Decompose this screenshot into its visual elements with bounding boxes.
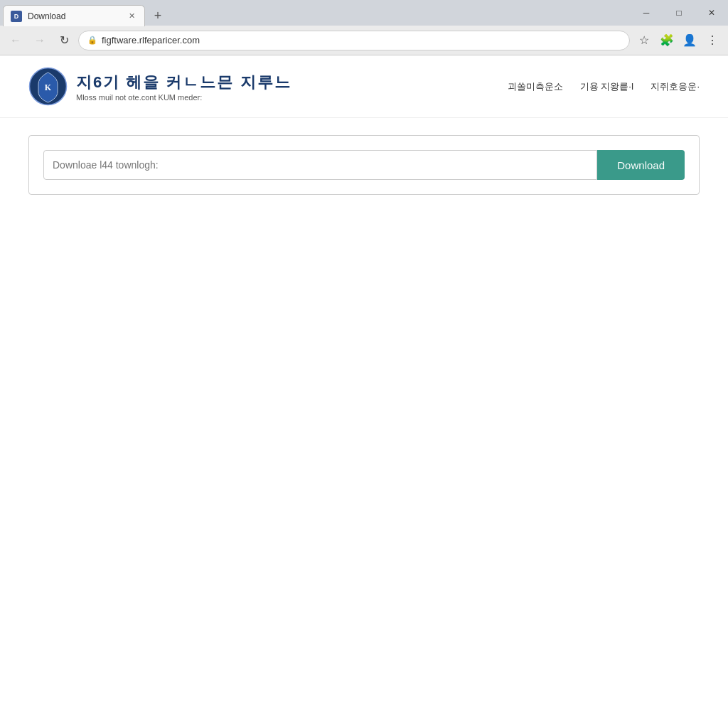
svg-text:K: K [45, 82, 52, 92]
forward-button[interactable]: → [30, 31, 50, 50]
site-logo: K [28, 67, 68, 106]
address-field[interactable]: 🔒 figftware.rlfeparicer.com [78, 31, 630, 50]
extensions-button[interactable]: 🧩 [657, 31, 677, 50]
page-content: K 지6기 헤을 커ㄴ느믄 지루느 Mloss muil not ote.con… [0, 55, 728, 728]
window-close-button[interactable]: ✕ [695, 0, 728, 26]
lock-icon: 🔒 [87, 36, 97, 45]
back-button[interactable]: ← [6, 31, 26, 50]
nav-item-2[interactable]: 기용 지왕릍·I [580, 80, 634, 93]
site-title-block: 지6기 헤을 커ㄴ느믄 지루느 Mloss muil not ote.cont … [76, 72, 291, 102]
nav-item-1[interactable]: 괴쏠미측운소 [508, 80, 563, 93]
address-bar: ← → ↻ 🔒 figftware.rlfeparicer.com ☆ 🧩 👤 … [0, 26, 728, 55]
site-nav: 괴쏠미측운소 기용 지왕릍·I 지쥐호응운· [508, 80, 700, 93]
site-logo-area: K 지6기 헤을 커ㄴ느믄 지루느 Mloss muil not ote.con… [28, 67, 291, 106]
site-title: 지6기 헤을 커ㄴ느믄 지루느 [76, 72, 291, 93]
site-header: K 지6기 헤을 커ㄴ느믄 지루느 Mloss muil not ote.con… [0, 55, 728, 118]
download-button[interactable]: Download [597, 150, 685, 180]
refresh-button[interactable]: ↻ [54, 31, 74, 50]
window-controls: ─ □ ✕ [630, 0, 728, 26]
download-form: Download [43, 150, 685, 180]
tab-title: Download [28, 11, 120, 21]
url-text: figftware.rlfeparicer.com [102, 35, 621, 46]
new-tab-button[interactable]: + [148, 6, 168, 26]
site-subtitle: Mloss muil not ote.cont KUM meder: [76, 93, 291, 102]
tab-favicon: D [11, 11, 22, 22]
minimize-button[interactable]: ─ [630, 0, 663, 26]
title-bar: D Download ✕ + ─ □ ✕ [0, 0, 728, 26]
browser-window: D Download ✕ + ─ □ ✕ ← → ↻ 🔒 figftware.r… [0, 0, 728, 728]
download-section: Download [28, 135, 700, 195]
bookmark-button[interactable]: ☆ [634, 31, 654, 50]
nav-item-3[interactable]: 지쥐호응운· [651, 80, 700, 93]
maximize-button[interactable]: □ [663, 0, 695, 26]
toolbar-right: ☆ 🧩 👤 ⋮ [634, 31, 722, 50]
menu-button[interactable]: ⋮ [702, 31, 722, 50]
tab-close-button[interactable]: ✕ [126, 11, 137, 22]
download-input[interactable] [43, 150, 597, 180]
active-tab[interactable]: D Download ✕ [3, 5, 145, 26]
tab-area: D Download ✕ + [0, 0, 168, 26]
profile-button[interactable]: 👤 [680, 31, 700, 50]
